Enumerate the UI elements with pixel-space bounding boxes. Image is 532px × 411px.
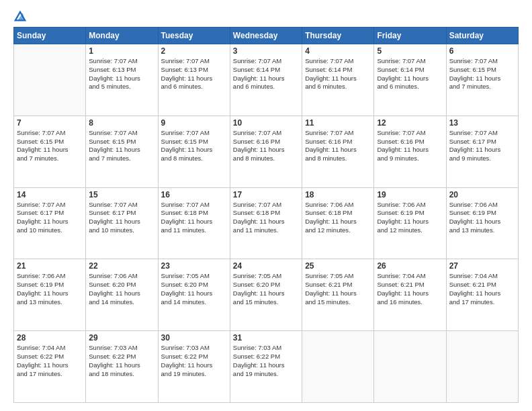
day-info: Sunrise: 7:07 AMSunset: 6:16 PMDaylight:… bbox=[305, 129, 371, 163]
day-info: Sunrise: 7:07 AMSunset: 6:16 PMDaylight:… bbox=[377, 129, 443, 163]
day-number: 18 bbox=[305, 190, 371, 199]
day-number: 19 bbox=[377, 190, 443, 199]
calendar-day-cell bbox=[14, 44, 86, 116]
calendar-day-cell: 14Sunrise: 7:07 AMSunset: 6:17 PMDayligh… bbox=[14, 187, 86, 259]
calendar-day-cell: 12Sunrise: 7:07 AMSunset: 6:16 PMDayligh… bbox=[374, 116, 446, 187]
day-number: 21 bbox=[17, 261, 83, 271]
day-info: Sunrise: 7:07 AMSunset: 6:18 PMDaylight:… bbox=[161, 201, 227, 235]
logo-icon bbox=[14, 11, 26, 23]
day-number: 5 bbox=[377, 46, 443, 56]
day-info: Sunrise: 7:07 AMSunset: 6:16 PMDaylight:… bbox=[233, 129, 299, 163]
day-info: Sunrise: 7:07 AMSunset: 6:17 PMDaylight:… bbox=[449, 129, 515, 163]
day-info: Sunrise: 7:07 AMSunset: 6:15 PMDaylight:… bbox=[161, 129, 227, 163]
day-info: Sunrise: 7:05 AMSunset: 6:20 PMDaylight:… bbox=[233, 272, 299, 306]
calendar-table: SundayMondayTuesdayWednesdayThursdayFrid… bbox=[13, 27, 519, 403]
calendar-day-cell: 10Sunrise: 7:07 AMSunset: 6:16 PMDayligh… bbox=[230, 116, 302, 187]
day-info: Sunrise: 7:07 AMSunset: 6:14 PMDaylight:… bbox=[377, 57, 443, 91]
day-info: Sunrise: 7:06 AMSunset: 6:19 PMDaylight:… bbox=[17, 272, 83, 306]
day-info: Sunrise: 7:07 AMSunset: 6:17 PMDaylight:… bbox=[17, 201, 83, 235]
day-number: 14 bbox=[17, 190, 83, 199]
calendar-day-cell bbox=[446, 331, 518, 403]
page: SundayMondayTuesdayWednesdayThursdayFrid… bbox=[0, 0, 532, 411]
day-info: Sunrise: 7:07 AMSunset: 6:15 PMDaylight:… bbox=[89, 129, 154, 163]
calendar-day-cell: 13Sunrise: 7:07 AMSunset: 6:17 PMDayligh… bbox=[446, 116, 518, 187]
calendar-day-cell: 11Sunrise: 7:07 AMSunset: 6:16 PMDayligh… bbox=[302, 116, 374, 187]
day-number: 2 bbox=[161, 46, 227, 56]
calendar-header-day: Thursday bbox=[302, 28, 374, 44]
day-info: Sunrise: 7:06 AMSunset: 6:20 PMDaylight:… bbox=[89, 272, 154, 306]
day-info: Sunrise: 7:03 AMSunset: 6:22 PMDaylight:… bbox=[89, 344, 154, 378]
calendar-week-row: 28Sunrise: 7:04 AMSunset: 6:22 PMDayligh… bbox=[14, 331, 519, 403]
calendar-header-row: SundayMondayTuesdayWednesdayThursdayFrid… bbox=[14, 28, 519, 44]
day-info: Sunrise: 7:03 AMSunset: 6:22 PMDaylight:… bbox=[161, 344, 227, 378]
calendar-day-cell: 8Sunrise: 7:07 AMSunset: 6:15 PMDaylight… bbox=[86, 116, 158, 187]
day-number: 17 bbox=[233, 190, 299, 199]
calendar-day-cell: 27Sunrise: 7:04 AMSunset: 6:21 PMDayligh… bbox=[446, 259, 518, 331]
day-number: 22 bbox=[89, 261, 154, 271]
calendar-week-row: 14Sunrise: 7:07 AMSunset: 6:17 PMDayligh… bbox=[14, 187, 519, 259]
calendar-day-cell: 20Sunrise: 7:06 AMSunset: 6:19 PMDayligh… bbox=[446, 187, 518, 259]
calendar-day-cell: 22Sunrise: 7:06 AMSunset: 6:20 PMDayligh… bbox=[86, 259, 158, 331]
calendar-header-day: Tuesday bbox=[158, 28, 230, 44]
calendar-day-cell: 15Sunrise: 7:07 AMSunset: 6:17 PMDayligh… bbox=[86, 187, 158, 259]
day-number: 31 bbox=[233, 333, 299, 342]
day-number: 24 bbox=[233, 261, 299, 271]
calendar-day-cell: 19Sunrise: 7:06 AMSunset: 6:19 PMDayligh… bbox=[374, 187, 446, 259]
day-number: 30 bbox=[161, 333, 227, 342]
day-number: 16 bbox=[161, 190, 227, 199]
day-number: 7 bbox=[17, 118, 83, 128]
calendar-week-row: 7Sunrise: 7:07 AMSunset: 6:15 PMDaylight… bbox=[14, 116, 519, 187]
calendar-week-row: 1Sunrise: 7:07 AMSunset: 6:13 PMDaylight… bbox=[14, 44, 519, 116]
calendar-header-day: Sunday bbox=[14, 28, 86, 44]
calendar-header-day: Friday bbox=[374, 28, 446, 44]
day-number: 15 bbox=[89, 190, 154, 199]
day-info: Sunrise: 7:06 AMSunset: 6:18 PMDaylight:… bbox=[305, 201, 371, 235]
day-info: Sunrise: 7:07 AMSunset: 6:17 PMDaylight:… bbox=[89, 201, 154, 235]
day-number: 13 bbox=[449, 118, 515, 128]
day-number: 3 bbox=[233, 46, 299, 56]
calendar-day-cell: 4Sunrise: 7:07 AMSunset: 6:14 PMDaylight… bbox=[302, 44, 374, 116]
day-number: 11 bbox=[305, 118, 371, 128]
day-number: 25 bbox=[305, 261, 371, 271]
day-number: 29 bbox=[89, 333, 154, 342]
day-info: Sunrise: 7:03 AMSunset: 6:22 PMDaylight:… bbox=[233, 344, 299, 378]
calendar-day-cell: 16Sunrise: 7:07 AMSunset: 6:18 PMDayligh… bbox=[158, 187, 230, 259]
day-number: 26 bbox=[377, 261, 443, 271]
day-info: Sunrise: 7:07 AMSunset: 6:13 PMDaylight:… bbox=[89, 57, 154, 91]
day-info: Sunrise: 7:04 AMSunset: 6:21 PMDaylight:… bbox=[449, 272, 515, 306]
day-info: Sunrise: 7:07 AMSunset: 6:14 PMDaylight:… bbox=[233, 57, 299, 91]
logo bbox=[13, 11, 26, 21]
calendar-day-cell: 9Sunrise: 7:07 AMSunset: 6:15 PMDaylight… bbox=[158, 116, 230, 187]
day-info: Sunrise: 7:07 AMSunset: 6:13 PMDaylight:… bbox=[161, 57, 227, 91]
day-info: Sunrise: 7:05 AMSunset: 6:21 PMDaylight:… bbox=[305, 272, 371, 306]
calendar-day-cell: 6Sunrise: 7:07 AMSunset: 6:15 PMDaylight… bbox=[446, 44, 518, 116]
day-info: Sunrise: 7:07 AMSunset: 6:15 PMDaylight:… bbox=[449, 57, 515, 91]
day-info: Sunrise: 7:05 AMSunset: 6:20 PMDaylight:… bbox=[161, 272, 227, 306]
calendar-day-cell: 23Sunrise: 7:05 AMSunset: 6:20 PMDayligh… bbox=[158, 259, 230, 331]
calendar-header-day: Wednesday bbox=[230, 28, 302, 44]
calendar-day-cell: 21Sunrise: 7:06 AMSunset: 6:19 PMDayligh… bbox=[14, 259, 86, 331]
day-number: 4 bbox=[305, 46, 371, 56]
calendar-header-day: Monday bbox=[86, 28, 158, 44]
calendar-day-cell: 30Sunrise: 7:03 AMSunset: 6:22 PMDayligh… bbox=[158, 331, 230, 403]
calendar-day-cell: 18Sunrise: 7:06 AMSunset: 6:18 PMDayligh… bbox=[302, 187, 374, 259]
day-number: 10 bbox=[233, 118, 299, 128]
day-info: Sunrise: 7:06 AMSunset: 6:19 PMDaylight:… bbox=[377, 201, 443, 235]
calendar-day-cell: 3Sunrise: 7:07 AMSunset: 6:14 PMDaylight… bbox=[230, 44, 302, 116]
day-number: 1 bbox=[89, 46, 154, 56]
day-info: Sunrise: 7:07 AMSunset: 6:18 PMDaylight:… bbox=[233, 201, 299, 235]
day-info: Sunrise: 7:04 AMSunset: 6:21 PMDaylight:… bbox=[377, 272, 443, 306]
calendar-day-cell bbox=[374, 331, 446, 403]
calendar-day-cell: 26Sunrise: 7:04 AMSunset: 6:21 PMDayligh… bbox=[374, 259, 446, 331]
calendar-day-cell: 17Sunrise: 7:07 AMSunset: 6:18 PMDayligh… bbox=[230, 187, 302, 259]
day-number: 28 bbox=[17, 333, 83, 342]
day-info: Sunrise: 7:07 AMSunset: 6:15 PMDaylight:… bbox=[17, 129, 83, 163]
calendar-day-cell: 29Sunrise: 7:03 AMSunset: 6:22 PMDayligh… bbox=[86, 331, 158, 403]
calendar-day-cell bbox=[302, 331, 374, 403]
day-number: 8 bbox=[89, 118, 154, 128]
calendar-day-cell: 5Sunrise: 7:07 AMSunset: 6:14 PMDaylight… bbox=[374, 44, 446, 116]
day-number: 9 bbox=[161, 118, 227, 128]
calendar-day-cell: 28Sunrise: 7:04 AMSunset: 6:22 PMDayligh… bbox=[14, 331, 86, 403]
day-info: Sunrise: 7:06 AMSunset: 6:19 PMDaylight:… bbox=[449, 201, 515, 235]
calendar-day-cell: 25Sunrise: 7:05 AMSunset: 6:21 PMDayligh… bbox=[302, 259, 374, 331]
